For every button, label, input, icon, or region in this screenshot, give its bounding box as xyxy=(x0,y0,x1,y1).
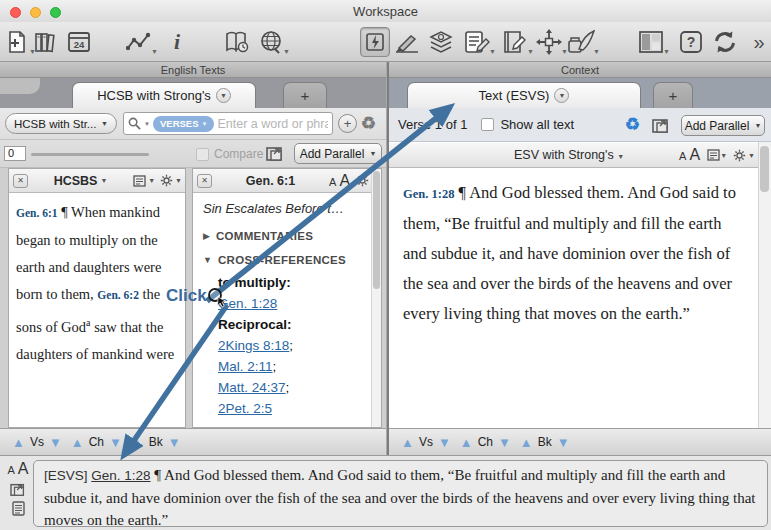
scrollbar-thumb[interactable] xyxy=(760,146,769,192)
up-triangle-icon[interactable]: ▲ xyxy=(460,436,473,449)
up-triangle-icon[interactable]: ▲ xyxy=(520,436,533,449)
up-triangle-icon[interactable]: ▲ xyxy=(131,436,144,449)
toolbar-overflow-icon[interactable]: » xyxy=(744,27,771,57)
verse-ref[interactable]: Gen. 6:1 xyxy=(16,207,58,219)
section-commentaries[interactable]: ▶ COMMENTARIES xyxy=(203,230,369,242)
new-tab-button[interactable]: + xyxy=(283,82,327,108)
crossref-row: Gen. 1:28 xyxy=(218,293,369,314)
decrease-font-button[interactable]: A xyxy=(329,176,336,188)
display-settings-icon[interactable] xyxy=(133,175,146,187)
close-pane-icon[interactable]: ✕ xyxy=(13,174,28,188)
context-range-value[interactable]: 0 xyxy=(4,146,26,161)
show-all-control: Show all text xyxy=(481,117,574,132)
recycle-pane-icon[interactable]: ♻ xyxy=(625,116,640,133)
help-icon[interactable]: ? xyxy=(676,27,706,57)
search-input[interactable] xyxy=(217,117,328,131)
esv-pane-title[interactable]: ESV with Strong's ▼ xyxy=(459,148,679,162)
chevron-down-icon: ▼ xyxy=(101,120,108,127)
recycle-search-icon[interactable]: ♻ xyxy=(361,115,376,132)
daily-reading-icon[interactable]: 24 xyxy=(64,27,94,57)
info-icon[interactable]: i xyxy=(162,27,192,57)
sync-icon[interactable] xyxy=(710,27,740,57)
scrollbar[interactable] xyxy=(758,142,771,428)
search-field[interactable]: ▼ VERSES ▼ xyxy=(123,112,333,135)
tab-menu-icon[interactable]: ▼ xyxy=(554,88,569,103)
gear-icon[interactable] xyxy=(160,174,173,187)
english-texts-zone: English Texts HCSB with Strong's ▼ + HCS… xyxy=(0,62,386,455)
detach-pane-icon[interactable] xyxy=(10,482,27,497)
verse-ref[interactable]: Gen. 6:2 xyxy=(97,289,139,301)
up-triangle-icon[interactable]: ▲ xyxy=(71,436,84,449)
down-triangle-icon[interactable]: ▼ xyxy=(498,436,511,449)
move-arrange-icon[interactable]: ▼ xyxy=(534,27,564,57)
crossref-link[interactable]: Mal. 2:11 xyxy=(218,359,273,374)
reference-pane-title: Gen. 6:1 xyxy=(212,174,329,188)
close-pane-icon[interactable]: ✕ xyxy=(197,174,212,188)
instant-details-icon[interactable] xyxy=(360,27,390,57)
tab-menu-icon[interactable]: ▼ xyxy=(216,88,231,103)
scrollbar[interactable] xyxy=(371,169,381,427)
highlight-pen-icon[interactable] xyxy=(392,27,422,57)
atlas-globe-icon[interactable]: ▼ xyxy=(256,27,286,57)
down-triangle-icon[interactable]: ▼ xyxy=(168,436,181,449)
context-range-slider[interactable] xyxy=(31,153,149,156)
hcsbs-pane-title[interactable]: HCSBS▼ xyxy=(28,174,133,188)
edit-document-icon[interactable]: ▼ xyxy=(500,27,530,57)
compare-row: 0 Compare Add Parallel ▼ xyxy=(0,140,386,168)
search-scope-pill[interactable]: VERSES ▼ xyxy=(153,116,215,132)
nav-book: ▲Bk▼ xyxy=(131,435,181,449)
increase-font-button[interactable]: A xyxy=(689,146,700,164)
text-select-dropdown[interactable]: HCSB with Str... ▼ xyxy=(5,113,117,134)
user-notes-icon[interactable]: ▼ xyxy=(462,27,492,57)
tab-hcsb-with-strongs[interactable]: HCSB with Strong's ▼ xyxy=(72,82,256,108)
gear-icon[interactable] xyxy=(356,174,369,187)
expanded-triangle-icon[interactable]: ▼ xyxy=(203,255,212,265)
crossref-link[interactable]: 2Pet. 2:5 xyxy=(218,401,272,416)
compare-control: Compare xyxy=(196,147,263,161)
tab-label: HCSB with Strong's xyxy=(97,88,211,103)
chevron-down-icon: ▼ xyxy=(148,177,155,184)
analytics-graph-icon[interactable]: ▼ xyxy=(124,27,154,57)
reading-plan-icon[interactable] xyxy=(222,27,252,57)
down-triangle-icon[interactable]: ▼ xyxy=(49,436,62,449)
crossref-link[interactable]: 2Kings 8:18 xyxy=(218,338,289,353)
zone-header-context[interactable]: Context xyxy=(389,62,771,78)
up-triangle-icon[interactable]: ▲ xyxy=(401,436,414,449)
stack-icon[interactable] xyxy=(426,27,456,57)
add-search-button[interactable]: + xyxy=(338,114,357,133)
gear-icon[interactable] xyxy=(733,149,746,162)
detach-pane-icon[interactable] xyxy=(652,117,671,134)
section-cross-references[interactable]: ▼ CROSS-REFERENCES xyxy=(203,254,369,266)
search-menu-chevron-icon[interactable]: ▼ xyxy=(144,121,150,127)
workspace-layout-icon[interactable]: ▼ xyxy=(636,27,666,57)
increase-font-button[interactable]: A xyxy=(18,460,29,478)
library-icon[interactable] xyxy=(30,27,60,57)
article-title[interactable]: Sin Escalates Before t… xyxy=(203,201,369,216)
clipboard-icon[interactable] xyxy=(12,501,25,516)
nav-chapter: ▲Ch▼ xyxy=(460,435,511,449)
detach-pane-icon[interactable] xyxy=(266,145,285,162)
new-tab-button[interactable]: + xyxy=(653,82,693,108)
down-triangle-icon[interactable]: ▼ xyxy=(557,436,570,449)
verse-ref[interactable]: Gen. 1:28 xyxy=(403,187,454,201)
compare-checkbox[interactable] xyxy=(196,148,209,161)
add-parallel-button[interactable]: Add Parallel ▼ xyxy=(681,115,765,136)
crossref-link[interactable]: Matt. 24:37 xyxy=(218,380,286,395)
display-settings-icon[interactable] xyxy=(707,149,720,161)
up-triangle-icon[interactable]: ▲ xyxy=(12,436,25,449)
verse-ref[interactable]: Gen. 1:28 xyxy=(91,468,150,483)
zone-header-english-texts[interactable]: English Texts xyxy=(0,62,386,78)
scrollbar-thumb[interactable] xyxy=(373,171,380,289)
decrease-font-button[interactable]: A xyxy=(679,150,686,162)
show-all-checkbox[interactable] xyxy=(481,118,494,131)
tab-text-esvs[interactable]: Text (ESVS) ▼ xyxy=(407,82,641,108)
footnote-marker[interactable]: a xyxy=(86,317,90,328)
increase-font-button[interactable]: A xyxy=(339,172,350,190)
down-triangle-icon[interactable]: ▼ xyxy=(109,436,122,449)
new-document-icon[interactable]: ▼ xyxy=(2,27,32,57)
collapsed-triangle-icon[interactable]: ▶ xyxy=(203,231,210,241)
ink-quill-icon[interactable]: ▼ xyxy=(566,27,596,57)
down-triangle-icon[interactable]: ▼ xyxy=(438,436,451,449)
decrease-font-button[interactable]: A xyxy=(7,464,14,476)
add-parallel-button[interactable]: Add Parallel ▼ xyxy=(294,143,382,164)
